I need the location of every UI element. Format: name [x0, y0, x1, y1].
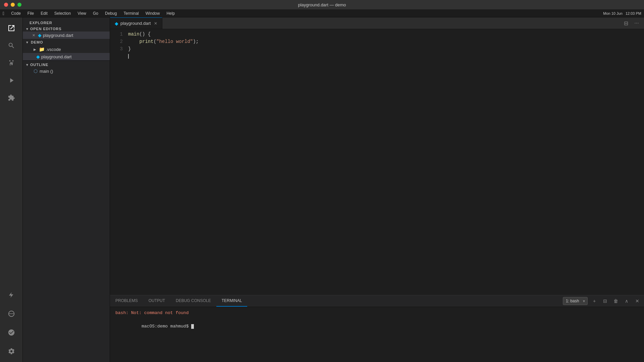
dart-file-icon: ◆: [38, 33, 42, 38]
tabs-bar: ◆ playground.dart ✕ ⊟ ···: [110, 17, 644, 29]
delete-terminal-button[interactable]: 🗑: [612, 297, 620, 305]
minimize-button[interactable]: [11, 3, 15, 7]
tabs-right-controls: ⊟ ···: [621, 17, 644, 29]
search-activity-icon[interactable]: [3, 38, 19, 54]
shell-selector[interactable]: 1: bash: [563, 297, 588, 305]
outline-title: OUTLINE: [30, 63, 48, 67]
outline-item-label: main (): [40, 69, 53, 74]
code-line-2: print("hello world");: [127, 38, 644, 45]
settings-activity-icon[interactable]: [3, 343, 19, 359]
explorer-title: EXPLORER: [23, 17, 110, 26]
panel-right-controls: 1: bash ▼ + ⊟ 🗑 ∧ ✕: [563, 295, 644, 307]
main-area: ◆ playground.dart ✕ ⊟ ··· 1 2 3 main() {: [110, 17, 644, 362]
split-terminal-button[interactable]: ⊟: [601, 297, 609, 305]
split-editor-button[interactable]: ⊟: [621, 18, 631, 28]
line-numbers: 1 2 3: [110, 29, 127, 295]
demo-section-title: DEMO: [31, 40, 43, 44]
open-editors-section[interactable]: ▼ OPEN EDITORS: [23, 26, 110, 32]
menu-edit[interactable]: Edit: [38, 10, 50, 16]
vscode-folder-icon: 📁: [39, 47, 45, 52]
line-num-1: 1: [110, 31, 123, 38]
tab-playground-dart[interactable]: ◆ playground.dart ✕: [110, 17, 162, 29]
menu-selection[interactable]: Selection: [52, 10, 73, 16]
menu-help[interactable]: Help: [164, 10, 177, 16]
apple-menu[interactable]: : [3, 11, 4, 16]
maximize-button[interactable]: [17, 3, 21, 7]
open-editors-title: OPEN EDITORS: [30, 27, 61, 31]
terminal-panel: PROBLEMS OUTPUT DEBUG CONSOLE TERMINAL 1…: [110, 295, 644, 362]
terminal-prompt-line: macOS:demo mahmud$: [115, 316, 639, 337]
line-num-3: 3: [110, 45, 123, 53]
more-actions-button[interactable]: ···: [632, 18, 641, 28]
menu-code[interactable]: Code: [8, 10, 23, 16]
new-terminal-button[interactable]: +: [590, 297, 598, 305]
accounts-activity-icon[interactable]: [3, 324, 19, 341]
code-editor[interactable]: 1 2 3 main() { print("hello world"); }: [110, 29, 644, 295]
titlebar: playground.dart — demo: [0, 0, 644, 9]
explorer-activity-icon[interactable]: [3, 20, 19, 36]
code-line-1: main() {: [127, 31, 644, 38]
playground-file-item[interactable]: ◆ playground.dart: [23, 53, 110, 60]
code-content[interactable]: main() { print("hello world"); }: [127, 29, 644, 295]
open-editor-filename: playground.dart: [43, 33, 73, 38]
window-controls[interactable]: [4, 3, 21, 7]
panel-tabs: PROBLEMS OUTPUT DEBUG CONSOLE TERMINAL 1…: [110, 295, 644, 307]
close-button[interactable]: [4, 3, 8, 7]
docker-activity-icon[interactable]: [3, 287, 19, 303]
remote-activity-icon[interactable]: [3, 306, 19, 322]
demo-collapse-arrow: ▼: [25, 41, 29, 44]
terminal-content[interactable]: bash: Not: command not found macOS:demo …: [110, 307, 644, 362]
clock: Mon 10 Jun 12:03 PM: [603, 11, 641, 15]
close-panel-button[interactable]: ✕: [633, 297, 641, 305]
menubar:  Code File Edit Selection View Go Debug…: [0, 9, 644, 17]
tab-label: playground.dart: [120, 21, 151, 26]
sidebar: EXPLORER ▼ OPEN EDITORS ✕ ◆ playground.d…: [23, 17, 110, 362]
tab-problems[interactable]: PROBLEMS: [110, 295, 143, 307]
window-title: playground.dart — demo: [298, 2, 346, 7]
outline-section: ▼ OUTLINE ⬡ main (): [23, 60, 110, 75]
code-main-fn: main: [128, 31, 140, 38]
terminal-cursor: [191, 324, 194, 329]
tab-dart-icon: ◆: [115, 21, 118, 26]
tab-debug-console[interactable]: DEBUG CONSOLE: [170, 295, 216, 307]
outline-section-header[interactable]: ▼ OUTLINE: [23, 62, 110, 67]
open-editor-item-playground[interactable]: ✕ ◆ playground.dart: [23, 32, 110, 39]
open-editors-chevron: ▼: [25, 27, 29, 31]
demo-section-header[interactable]: ▼ DEMO: [23, 39, 110, 46]
code-print-fn: print: [140, 38, 154, 45]
tab-terminal[interactable]: TERMINAL: [216, 295, 248, 307]
playground-filename: playground.dart: [41, 54, 71, 59]
menu-terminal[interactable]: Terminal: [121, 10, 141, 16]
code-line-3: }: [127, 45, 644, 53]
outline-function-icon: ⬡: [34, 68, 38, 74]
folder-collapse-arrow: ▶: [34, 48, 36, 51]
file-close-icon[interactable]: ✕: [32, 33, 35, 38]
terminal-error-line: bash: Not: command not found: [115, 310, 639, 316]
menu-view[interactable]: View: [75, 10, 89, 16]
app-layout: EXPLORER ▼ OPEN EDITORS ✕ ◆ playground.d…: [0, 17, 644, 362]
menu-debug[interactable]: Debug: [102, 10, 119, 16]
outline-chevron: ▼: [25, 63, 29, 67]
menubar-right: Mon 10 Jun 12:03 PM: [603, 11, 641, 15]
run-debug-activity-icon[interactable]: [3, 72, 19, 88]
shell-selector-wrapper: 1: bash ▼: [563, 297, 588, 305]
vscode-folder-item[interactable]: ▶ 📁 .vscode: [23, 46, 110, 53]
source-control-activity-icon[interactable]: [3, 55, 19, 71]
playground-dart-icon: ◆: [36, 54, 40, 59]
chevron-up-button[interactable]: ∧: [623, 297, 631, 305]
activity-bar: [0, 17, 23, 362]
code-string: "hello world": [156, 38, 193, 45]
editor-cursor: [128, 54, 129, 59]
vscode-folder-name: .vscode: [46, 47, 61, 52]
menu-file[interactable]: File: [25, 10, 37, 16]
outline-main-item[interactable]: ⬡ main (): [23, 67, 110, 75]
tab-close-button[interactable]: ✕: [154, 21, 157, 26]
extensions-activity-icon[interactable]: [3, 90, 19, 106]
line-num-2: 2: [110, 38, 123, 45]
menu-window[interactable]: Window: [143, 10, 163, 16]
tab-output[interactable]: OUTPUT: [143, 295, 170, 307]
code-line-cursor: [127, 53, 644, 60]
menu-go[interactable]: Go: [90, 10, 101, 16]
